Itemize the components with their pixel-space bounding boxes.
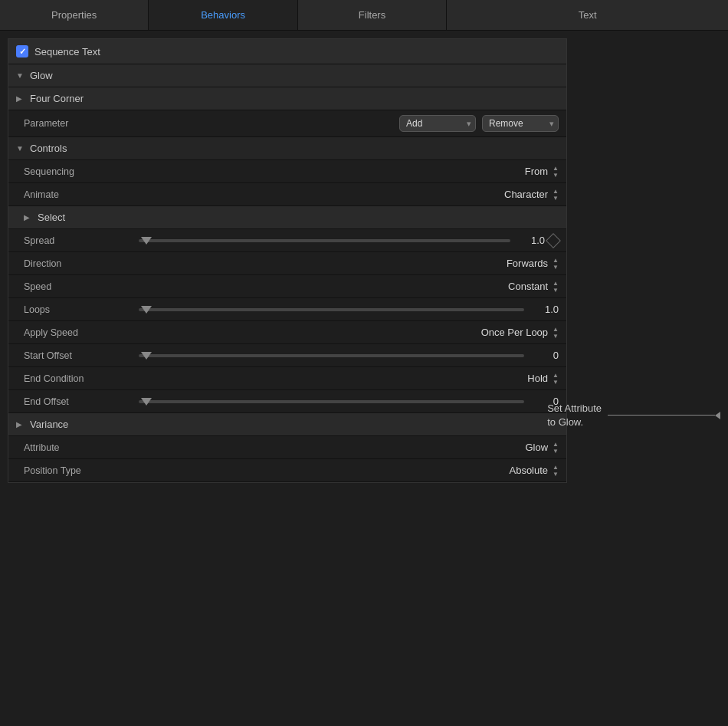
end-condition-value: Hold ▲ ▼: [527, 372, 559, 386]
variance-label: Variance: [30, 419, 68, 430]
loops-value: 1.0: [532, 304, 559, 315]
four-corner-section-row[interactable]: ▶ Four Corner: [8, 87, 566, 110]
select-section-row[interactable]: ▶ Select: [8, 206, 566, 229]
speed-arrows: ▲ ▼: [553, 280, 559, 294]
animate-up-icon: ▲: [553, 188, 559, 195]
callout-text: Set Attribute to Glow.: [547, 402, 602, 429]
spread-value: 1.0: [518, 235, 545, 246]
apply-speed-arrows: ▲ ▼: [553, 326, 559, 340]
speed-up-icon: ▲: [553, 280, 559, 287]
seq-text-checkbox[interactable]: [16, 45, 28, 57]
apply-speed-down-icon: ▼: [553, 333, 559, 340]
sequencing-val: From: [525, 166, 548, 177]
speed-stepper[interactable]: Constant ▲ ▼: [508, 280, 559, 294]
animate-arrows: ▲ ▼: [553, 188, 559, 202]
direction-arrows: ▲ ▼: [553, 257, 559, 271]
position-type-down-icon: ▼: [553, 471, 559, 478]
loops-slider-track[interactable]: [139, 308, 524, 311]
tab-behaviors[interactable]: Behaviors: [149, 0, 297, 30]
variance-section-row[interactable]: ▶ Variance: [8, 413, 566, 436]
sequencing-up-icon: ▲: [553, 165, 559, 172]
panel: Sequence Text ▼ Glow ▶ Four Corner Param…: [8, 38, 567, 483]
tab-properties[interactable]: Properties: [0, 0, 149, 30]
end-offset-row: End Offset 0: [8, 390, 566, 413]
callout-line-group: [608, 412, 720, 419]
sequencing-value: From ▲ ▼: [525, 165, 559, 179]
end-condition-down-icon: ▼: [553, 379, 559, 386]
start-offset-label: Start Offset: [24, 350, 131, 361]
speed-val: Constant: [508, 281, 548, 292]
four-corner-label: Four Corner: [30, 93, 84, 104]
position-type-value: Absolute ▲ ▼: [509, 464, 559, 478]
direction-down-icon: ▼: [553, 264, 559, 271]
controls-arrow-icon: ▼: [16, 144, 25, 153]
spread-slider-thumb: [141, 237, 152, 245]
attribute-value: Glow ▲ ▼: [525, 441, 559, 455]
tab-bar: Properties Behaviors Filters Text: [0, 0, 728, 31]
animate-stepper[interactable]: Character ▲ ▼: [504, 188, 559, 202]
speed-row: Speed Constant ▲ ▼: [8, 275, 566, 298]
attribute-down-icon: ▼: [553, 448, 559, 455]
animate-down-icon: ▼: [553, 195, 559, 202]
glow-section-row[interactable]: ▼ Glow: [8, 64, 566, 87]
main-content: Sequence Text ▼ Glow ▶ Four Corner Param…: [0, 31, 728, 491]
end-condition-up-icon: ▲: [553, 372, 559, 379]
add-dropdown-wrapper: Add: [399, 115, 476, 132]
callout-container: Set Attribute to Glow.: [547, 402, 720, 429]
position-type-label: Position Type: [24, 465, 131, 476]
attribute-stepper[interactable]: Glow ▲ ▼: [525, 441, 559, 455]
apply-speed-value: Once Per Loop ▲ ▼: [481, 326, 559, 340]
direction-label: Direction: [24, 258, 131, 269]
parameter-label: Parameter: [24, 118, 131, 129]
variance-arrow-icon: ▶: [16, 420, 25, 429]
speed-down-icon: ▼: [553, 287, 559, 294]
spread-slider-track[interactable]: [139, 239, 510, 242]
attribute-arrows: ▲ ▼: [553, 441, 559, 455]
position-type-stepper[interactable]: Absolute ▲ ▼: [509, 464, 559, 478]
apply-speed-up-icon: ▲: [553, 326, 559, 333]
direction-value: Forwards ▲ ▼: [507, 257, 559, 271]
controls-section-row[interactable]: ▼ Controls: [8, 137, 566, 160]
start-offset-slider-track[interactable]: [139, 354, 524, 357]
add-dropdown[interactable]: Add: [399, 115, 476, 132]
end-condition-val: Hold: [527, 373, 548, 384]
end-offset-label: End Offset: [24, 396, 131, 407]
end-condition-label: End Condition: [24, 373, 131, 384]
position-type-up-icon: ▲: [553, 464, 559, 471]
loops-slider-thumb: [141, 306, 152, 314]
position-type-arrows: ▲ ▼: [553, 464, 559, 478]
end-offset-slider-track[interactable]: [139, 400, 524, 403]
sequencing-row: Sequencing From ▲ ▼: [8, 160, 566, 183]
remove-dropdown-wrapper: Remove: [482, 115, 559, 132]
tab-filters[interactable]: Filters: [298, 0, 447, 30]
animate-row: Animate Character ▲ ▼: [8, 183, 566, 206]
apply-speed-val: Once Per Loop: [481, 327, 548, 338]
callout-line: [608, 415, 715, 416]
spread-label: Spread: [24, 235, 131, 246]
controls-label: Controls: [30, 143, 67, 154]
select-arrow-icon: ▶: [24, 213, 33, 222]
direction-stepper[interactable]: Forwards ▲ ▼: [507, 257, 559, 271]
start-offset-value: 0: [532, 350, 559, 361]
direction-row: Direction Forwards ▲ ▼: [8, 252, 566, 275]
sequencing-down-icon: ▼: [553, 172, 559, 179]
remove-dropdown[interactable]: Remove: [482, 115, 559, 132]
spread-keyframe-icon[interactable]: [546, 233, 561, 248]
select-label: Select: [38, 212, 65, 223]
speed-label: Speed: [24, 281, 131, 292]
apply-speed-stepper[interactable]: Once Per Loop ▲ ▼: [481, 326, 559, 340]
attribute-label: Attribute: [24, 442, 131, 453]
seq-header-row: Sequence Text: [8, 39, 566, 64]
position-type-val: Absolute: [509, 465, 548, 476]
position-type-row: Position Type Absolute ▲ ▼: [8, 459, 566, 482]
sequencing-stepper[interactable]: From ▲ ▼: [525, 165, 559, 179]
end-condition-stepper[interactable]: Hold ▲ ▼: [527, 372, 559, 386]
speed-value: Constant ▲ ▼: [508, 280, 559, 294]
loops-label: Loops: [24, 304, 131, 315]
direction-val: Forwards: [507, 258, 548, 269]
attribute-row: Attribute Glow ▲ ▼: [8, 436, 566, 459]
tab-text[interactable]: Text: [447, 0, 728, 30]
apply-speed-row: Apply Speed Once Per Loop ▲ ▼: [8, 321, 566, 344]
direction-up-icon: ▲: [553, 257, 559, 264]
param-dropdowns: Add Remove: [399, 115, 559, 132]
